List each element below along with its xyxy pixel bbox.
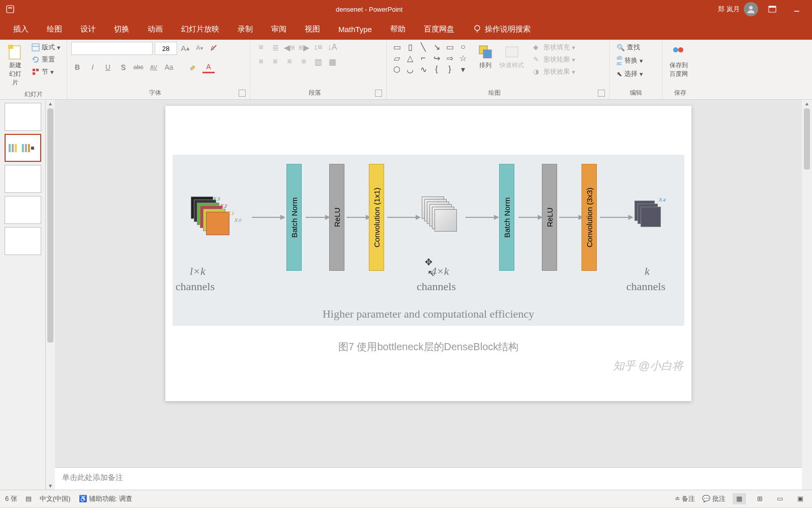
align-left-icon[interactable]: ≡ xyxy=(254,56,268,67)
slide-count[interactable]: 6 张 xyxy=(5,494,17,503)
shape-fill-button[interactable]: ◆形状填充 ▾ xyxy=(530,42,578,53)
accessibility-status[interactable]: ♿辅助功能: 调查 xyxy=(79,494,132,503)
find-button[interactable]: 🔍查找 xyxy=(614,42,646,53)
ribbon-display-icon[interactable] xyxy=(762,1,782,17)
scroll-thumb[interactable] xyxy=(47,108,53,343)
justify-icon[interactable]: ≡ xyxy=(297,56,310,67)
tab-transitions[interactable]: 切换 xyxy=(105,19,138,39)
spellcheck-icon[interactable]: ▤ xyxy=(25,495,32,502)
change-case-button[interactable]: Aa xyxy=(163,61,175,73)
text-direction-icon[interactable]: ↓A xyxy=(326,42,339,53)
shape-brace-r-icon[interactable]: } xyxy=(444,64,456,74)
shape-elbow-icon[interactable]: ⌐ xyxy=(417,53,429,63)
shape-line-icon[interactable]: ╲ xyxy=(417,42,429,52)
shape-rect-icon[interactable]: ▭ xyxy=(444,42,456,52)
strike-button[interactable]: abc xyxy=(132,61,144,73)
font-name-input[interactable] xyxy=(71,42,153,55)
select-button[interactable]: ⬉选择 ▾ xyxy=(614,68,646,79)
shape-wave-icon[interactable]: ∿ xyxy=(417,64,429,74)
shape-brace-l-icon[interactable]: { xyxy=(430,64,443,74)
shape-more-icon[interactable]: ▾ xyxy=(457,64,469,74)
highlight-button[interactable] xyxy=(187,61,199,73)
shape-effects-button[interactable]: ◑形状效果 ▾ xyxy=(530,66,578,77)
notes-toggle[interactable]: ≐ 备注 xyxy=(675,494,695,503)
tab-draw[interactable]: 绘图 xyxy=(38,19,71,39)
decrease-indent-icon[interactable]: ◀≡ xyxy=(283,42,296,53)
sorter-view-icon[interactable]: ⊞ xyxy=(753,493,766,504)
reset-button[interactable]: 重置 xyxy=(28,54,64,65)
language-status[interactable]: 中文(中国) xyxy=(40,494,71,503)
shape-arrow-icon[interactable]: ↘ xyxy=(430,42,443,52)
shape-rect2-icon[interactable]: ▱ xyxy=(391,53,403,63)
notes-pane[interactable]: 单击此处添加备注 xyxy=(55,467,802,490)
slide-thumb-4[interactable] xyxy=(5,196,41,224)
shape-star-icon[interactable]: ☆ xyxy=(457,53,469,63)
tab-help[interactable]: 帮助 xyxy=(381,19,415,39)
arrange-button[interactable]: 排列 xyxy=(474,42,497,72)
char-spacing-button[interactable]: AV xyxy=(148,61,160,73)
minimize-icon[interactable] xyxy=(787,1,807,17)
shape-arc-icon[interactable]: ◡ xyxy=(404,64,416,74)
tab-animations[interactable]: 动画 xyxy=(138,19,172,39)
font-dialog-launcher[interactable] xyxy=(239,90,246,97)
slide-canvas[interactable]: x₃ x₂ x₁ x₀ l×k channels Batch Norm ReLU… xyxy=(165,106,691,401)
align-center-icon[interactable]: ≡ xyxy=(269,56,282,67)
shape-curve-icon[interactable]: ↪ xyxy=(430,53,443,63)
tell-me-search[interactable]: 操作说明搜索 xyxy=(463,19,540,39)
autosave-toggle[interactable] xyxy=(0,5,20,14)
editor-scroll-thumb[interactable] xyxy=(804,108,810,170)
reading-view-icon[interactable]: ▭ xyxy=(773,493,787,504)
numbering-icon[interactable]: ≣ xyxy=(269,42,282,53)
tab-design[interactable]: 设计 xyxy=(71,19,105,39)
new-slide-button[interactable]: 新建 幻灯片 xyxy=(4,42,26,89)
shape-hex-icon[interactable]: ⬡ xyxy=(391,64,403,74)
slide-thumb-5[interactable] xyxy=(5,227,41,255)
drawing-dialog-launcher[interactable] xyxy=(598,90,605,97)
shape-textbox-icon[interactable]: ▭ xyxy=(391,42,403,52)
columns-icon[interactable]: ▥ xyxy=(311,56,325,67)
smartart-icon[interactable]: ▦ xyxy=(326,56,339,67)
tab-view[interactable]: 视图 xyxy=(296,19,329,39)
tab-mathtype[interactable]: MathType xyxy=(329,20,381,39)
bold-button[interactable]: B xyxy=(71,61,83,73)
save-baidu-button[interactable]: 保存到 百度网 xyxy=(666,42,691,80)
section-button[interactable]: 节 ▾ xyxy=(28,66,64,77)
increase-indent-icon[interactable]: ≡▶ xyxy=(297,42,310,53)
line-spacing-icon[interactable]: ↕≡ xyxy=(311,42,325,53)
increase-font-icon[interactable]: A▴ xyxy=(179,42,191,54)
slide-thumb-1[interactable] xyxy=(5,103,41,131)
bullets-icon[interactable]: ≡ xyxy=(254,42,268,53)
comments-toggle[interactable]: 💬 批注 xyxy=(702,494,726,503)
editor-scrollbar[interactable]: ▲ xyxy=(802,100,812,490)
shadow-button[interactable]: S xyxy=(117,61,129,73)
thumb-scrollbar[interactable]: ▲ ▼ xyxy=(46,100,55,490)
quick-styles-button[interactable]: 快速样式 xyxy=(497,42,527,72)
shape-triangle-icon[interactable]: △ xyxy=(404,53,416,63)
shape-oval-icon[interactable]: ○ xyxy=(457,42,469,52)
paragraph-dialog-launcher[interactable] xyxy=(375,90,382,97)
normal-view-icon[interactable]: ▦ xyxy=(733,493,746,504)
group-label-slides: 幻灯片 xyxy=(4,89,63,100)
decrease-font-icon[interactable]: A▾ xyxy=(193,42,206,54)
slideshow-view-icon[interactable]: ▣ xyxy=(794,493,807,504)
underline-button[interactable]: U xyxy=(102,61,114,73)
italic-button[interactable]: I xyxy=(86,61,99,73)
shape-blockarrow-icon[interactable]: ⇨ xyxy=(444,53,456,63)
shape-gallery[interactable]: ▭ ▯ ╲ ↘ ▭ ○ ▱ △ ⌐ ↪ ⇨ ☆ ⬡ ◡ ∿ { } ▾ xyxy=(391,42,469,74)
tab-baidu[interactable]: 百度网盘 xyxy=(415,19,463,39)
shape-textbox2-icon[interactable]: ▯ xyxy=(404,42,416,52)
shape-outline-button[interactable]: ✎形状轮廓 ▾ xyxy=(530,54,578,65)
clear-format-icon[interactable]: A xyxy=(208,42,220,54)
layout-button[interactable]: 版式 ▾ xyxy=(28,42,64,53)
align-right-icon[interactable]: ≡ xyxy=(283,56,296,67)
slide-thumb-2[interactable] xyxy=(5,134,41,162)
tab-insert[interactable]: 插入 xyxy=(4,19,38,39)
font-color-button[interactable]: A xyxy=(202,61,215,73)
tab-record[interactable]: 录制 xyxy=(228,19,262,39)
avatar[interactable] xyxy=(744,2,758,16)
tab-review[interactable]: 审阅 xyxy=(262,19,296,39)
tab-slideshow[interactable]: 幻灯片放映 xyxy=(172,19,228,39)
font-size-input[interactable] xyxy=(155,42,177,55)
replace-button[interactable]: abac替换 ▾ xyxy=(614,54,646,67)
slide-thumb-3[interactable] xyxy=(5,165,41,193)
